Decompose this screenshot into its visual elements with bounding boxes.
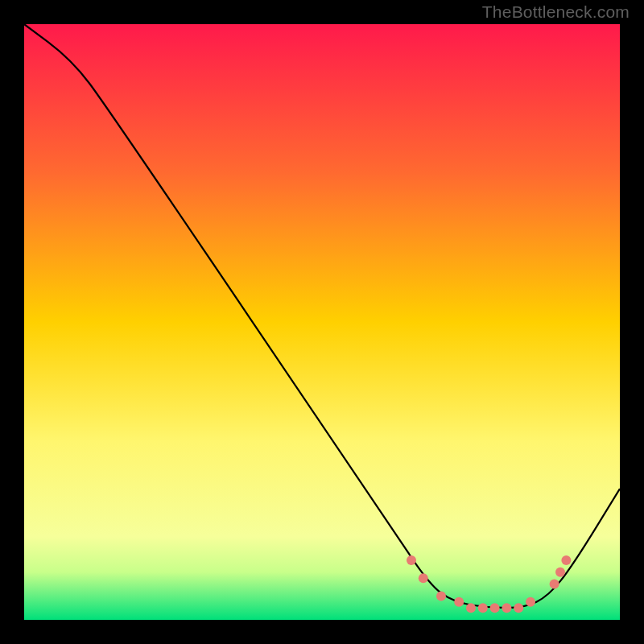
valley-marker xyxy=(561,555,571,565)
valley-marker xyxy=(407,555,416,565)
plot-area xyxy=(24,24,620,620)
valley-marker xyxy=(550,580,559,589)
attribution-label: TheBottleneck.com xyxy=(482,2,630,22)
valley-marker xyxy=(526,597,535,607)
chart-svg xyxy=(24,24,620,620)
valley-marker xyxy=(466,603,476,613)
valley-marker xyxy=(478,603,488,613)
valley-marker xyxy=(502,603,511,613)
valley-marker xyxy=(514,603,523,613)
valley-marker xyxy=(419,573,428,583)
valley-marker xyxy=(490,603,500,613)
gradient-background xyxy=(24,24,620,620)
chart-frame: TheBottleneck.com xyxy=(0,0,644,644)
valley-marker xyxy=(454,597,464,607)
valley-marker xyxy=(555,568,565,577)
valley-marker xyxy=(436,591,446,601)
